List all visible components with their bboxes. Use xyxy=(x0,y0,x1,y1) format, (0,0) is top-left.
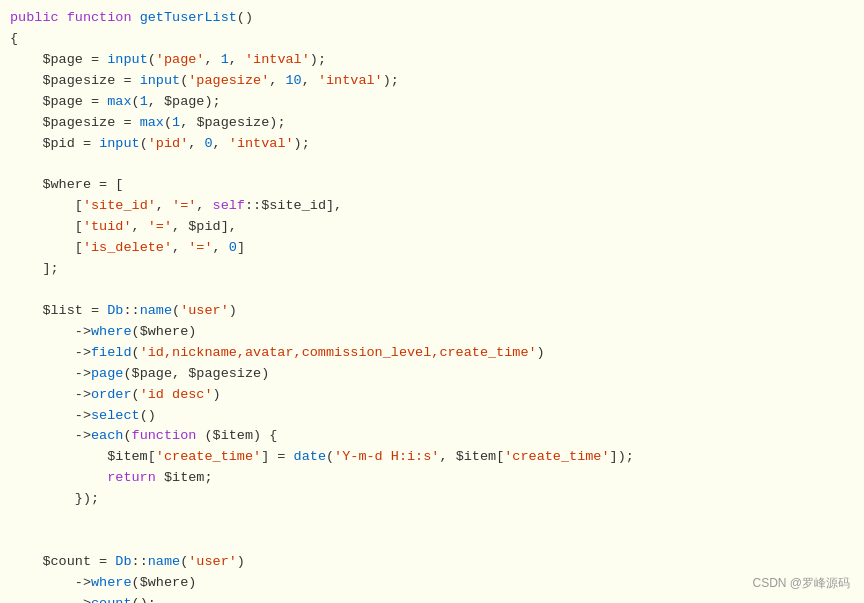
code-line: $where = [ xyxy=(10,175,854,196)
code-line: ->count(); xyxy=(10,594,854,603)
code-block: public function getTuserList() { $page =… xyxy=(10,8,854,603)
code-line: ->order('id desc') xyxy=(10,385,854,406)
code-line xyxy=(10,531,854,552)
code-line: $list = Db::name('user') xyxy=(10,301,854,322)
code-line: $pid = input('pid', 0, 'intval'); xyxy=(10,134,854,155)
code-line: ->each(function ($item) { xyxy=(10,426,854,447)
code-line: { xyxy=(10,29,854,50)
code-line: $pagesize = max(1, $pagesize); xyxy=(10,113,854,134)
code-line: $page = input('page', 1, 'intval'); xyxy=(10,50,854,71)
code-line: ]; xyxy=(10,259,854,280)
code-line: public function getTuserList() xyxy=(10,8,854,29)
code-line: ->select() xyxy=(10,406,854,427)
code-line: $count = Db::name('user') xyxy=(10,552,854,573)
code-line: $page = max(1, $page); xyxy=(10,92,854,113)
code-line: ->where($where) xyxy=(10,573,854,594)
code-line xyxy=(10,154,854,175)
watermark: CSDN @罗峰源码 xyxy=(752,574,850,593)
code-line: ['site_id', '=', self::$site_id], xyxy=(10,196,854,217)
code-line xyxy=(10,280,854,301)
code-container: public function getTuserList() { $page =… xyxy=(0,0,864,603)
code-line: ->where($where) xyxy=(10,322,854,343)
code-line: }); xyxy=(10,489,854,510)
code-line: $item['create_time'] = date('Y-m-d H:i:s… xyxy=(10,447,854,468)
code-line: ->page($page, $pagesize) xyxy=(10,364,854,385)
code-line xyxy=(10,510,854,531)
code-line: $pagesize = input('pagesize', 10, 'intva… xyxy=(10,71,854,92)
code-line: return $item; xyxy=(10,468,854,489)
code-line: ['tuid', '=', $pid], xyxy=(10,217,854,238)
code-line: ->field('id,nickname,avatar,commission_l… xyxy=(10,343,854,364)
code-line: ['is_delete', '=', 0] xyxy=(10,238,854,259)
